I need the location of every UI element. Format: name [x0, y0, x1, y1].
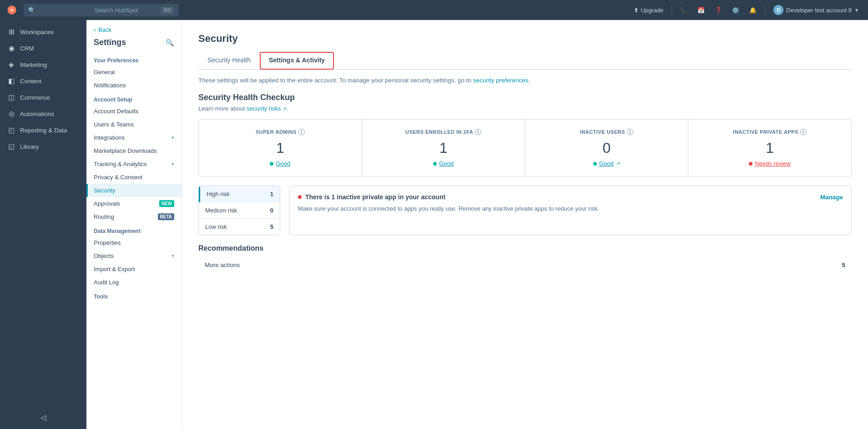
sidebar-label-library: Library: [20, 143, 39, 150]
approvals-new-badge: NEW: [159, 200, 174, 207]
search-bar[interactable]: 🔍 Search HubSpot ⌘K: [24, 4, 178, 16]
nav-item-notifications[interactable]: Notifications: [86, 79, 182, 92]
security-risks-link[interactable]: security risks ↗: [247, 105, 287, 112]
search-placeholder: Search HubSpot: [95, 7, 157, 14]
collapse-sidebar-button[interactable]: ◁: [37, 411, 50, 424]
users-2fa-status-link[interactable]: Good: [439, 160, 454, 167]
recommendations-heading: Recommendations: [198, 244, 852, 252]
sidebar-item-workspaces[interactable]: ⊞ Workspaces: [0, 24, 86, 40]
workspaces-icon: ⊞: [7, 28, 15, 36]
sidebar-item-library[interactable]: ◱ Library: [0, 138, 86, 155]
library-icon: ◱: [7, 142, 15, 151]
rec-count: 5: [833, 257, 852, 273]
nav-item-routing[interactable]: Routing BETA: [86, 210, 182, 223]
main-content: Security Security Health Settings & Acti…: [182, 20, 868, 429]
alert-title-text: There is 1 inactive private app in your …: [305, 193, 445, 201]
users-2fa-info-icon[interactable]: i: [475, 129, 481, 135]
sidebar-label-commerce: Commerce: [20, 94, 50, 101]
settings-title-row: Settings 🔍: [86, 36, 182, 53]
phone-icon-button[interactable]: 📞: [676, 5, 691, 15]
sidebar-item-marketing[interactable]: ◈ Marketing: [0, 56, 86, 73]
section-subtext: Learn more about security risks ↗.: [198, 105, 852, 112]
inactive-users-external-icon: ↗: [616, 161, 620, 167]
sidebar-item-automations[interactable]: ◎ Automations: [0, 106, 86, 122]
routing-beta-badge: BETA: [158, 213, 174, 220]
objects-chevron-icon: ▾: [172, 253, 174, 259]
settings-search-icon[interactable]: 🔍: [166, 39, 174, 47]
low-risk-count: 5: [270, 223, 273, 230]
section-heading-checkup: Security Health Checkup: [198, 93, 852, 102]
super-admins-status-dot: [270, 162, 273, 166]
users-2fa-status-dot: [433, 162, 437, 166]
nav-item-users-teams[interactable]: Users & Teams: [86, 118, 182, 131]
rec-row-more-actions[interactable]: More actions 5: [198, 257, 852, 273]
super-admins-info-icon[interactable]: i: [298, 129, 305, 135]
settings-sidebar: ‹ Back Settings 🔍 Your Preferences Gener…: [86, 20, 182, 429]
recommendations-table: More actions 5: [198, 257, 852, 273]
back-label: Back: [98, 26, 111, 33]
tab-settings-activity[interactable]: Settings & Activity: [260, 52, 334, 70]
inactive-apps-status-dot: [749, 162, 752, 166]
nav-item-security[interactable]: Security: [86, 184, 182, 197]
stat-inactive-private-apps: INACTIVE PRIVATE APPS i 1 Needs review: [688, 120, 851, 176]
section-label-data-management: Data Management: [86, 223, 182, 236]
risk-item-medium[interactable]: Medium risk 0: [199, 202, 280, 219]
account-avatar: D: [773, 5, 783, 15]
settings-title: Settings: [94, 38, 126, 47]
meetings-icon-button[interactable]: 📅: [694, 5, 708, 15]
tabs-row: Security Health Settings & Activity: [198, 52, 852, 70]
settings-icon-button[interactable]: ⚙️: [728, 5, 743, 15]
svg-text:H: H: [10, 7, 14, 12]
account-menu-button[interactable]: D Developer test account 9 ▼: [770, 3, 863, 17]
sidebar-label-content: Content: [20, 78, 41, 85]
risk-item-low[interactable]: Low risk 5: [199, 219, 280, 235]
tab-security-health[interactable]: Security Health: [198, 52, 260, 70]
account-chevron-icon: ▼: [854, 8, 859, 13]
high-risk-count: 1: [270, 191, 273, 197]
sidebar-label-workspaces: Workspaces: [20, 29, 54, 35]
security-preferences-link[interactable]: security preferences: [473, 77, 529, 84]
inactive-users-status-link[interactable]: Good: [599, 160, 614, 167]
inactive-apps-status-link[interactable]: Needs review: [755, 160, 791, 167]
nav-divider-2: [765, 5, 765, 15]
sidebar-label-automations: Automations: [20, 111, 54, 117]
sidebar-item-content[interactable]: ◧ Content: [0, 73, 86, 89]
tracking-chevron-icon: ▾: [172, 161, 174, 167]
super-admins-status-link[interactable]: Good: [276, 160, 290, 167]
super-admins-value: 1: [206, 140, 354, 156]
integrations-chevron-icon: ▾: [172, 135, 174, 141]
content-row: High risk 1 Medium risk 0 Low risk 5 T: [198, 186, 852, 235]
nav-item-privacy-consent[interactable]: Privacy & Consent: [86, 171, 182, 184]
risk-item-high[interactable]: High risk 1: [199, 186, 280, 202]
risk-panel: High risk 1 Medium risk 0 Low risk 5: [198, 186, 280, 235]
nav-item-approvals[interactable]: Approvals NEW: [86, 197, 182, 210]
nav-item-objects[interactable]: Objects ▾: [86, 249, 182, 262]
sidebar-item-commerce[interactable]: ◫ Commerce: [0, 89, 86, 106]
nav-item-properties[interactable]: Properties: [86, 236, 182, 249]
nav-item-general[interactable]: General: [86, 66, 182, 79]
upgrade-button[interactable]: ⬆ Upgrade: [630, 5, 667, 15]
sidebar-label-reporting: Reporting & Data: [20, 127, 67, 134]
nav-item-account-defaults[interactable]: Account Defaults: [86, 105, 182, 118]
inactive-users-info-icon[interactable]: i: [627, 129, 633, 135]
inactive-apps-info-icon[interactable]: i: [800, 129, 807, 135]
sidebar-label-crm: CRM: [20, 45, 34, 52]
description-text: These settings will be applied to the en…: [198, 77, 852, 84]
manage-button[interactable]: Manage: [820, 194, 843, 201]
account-name: Developer test account 9: [786, 7, 852, 14]
sidebar-item-reporting[interactable]: ◰ Reporting & Data: [0, 122, 86, 138]
sidebar-item-crm[interactable]: ◉ CRM: [0, 40, 86, 56]
section-label-account-setup: Account Setup: [86, 92, 182, 105]
stat-users-2fa: USERS ENROLLED IN 2FA i 1 Good: [362, 120, 525, 176]
nav-item-audit-log[interactable]: Audit Log: [86, 276, 182, 289]
nav-item-import-export[interactable]: Import & Export: [86, 262, 182, 276]
hubspot-logo[interactable]: H: [5, 4, 18, 16]
nav-item-marketplace-downloads[interactable]: Marketplace Downloads: [86, 144, 182, 157]
nav-item-tracking-analytics[interactable]: Tracking & Analytics ▾: [86, 157, 182, 171]
nav-item-integrations[interactable]: Integrations ▾: [86, 131, 182, 144]
notifications-icon-button[interactable]: 🔔: [746, 5, 760, 15]
nav-divider-1: [671, 5, 672, 15]
help-icon-button[interactable]: ❓: [711, 5, 726, 15]
alert-dot: [298, 195, 302, 199]
back-button[interactable]: ‹ Back: [86, 20, 182, 36]
